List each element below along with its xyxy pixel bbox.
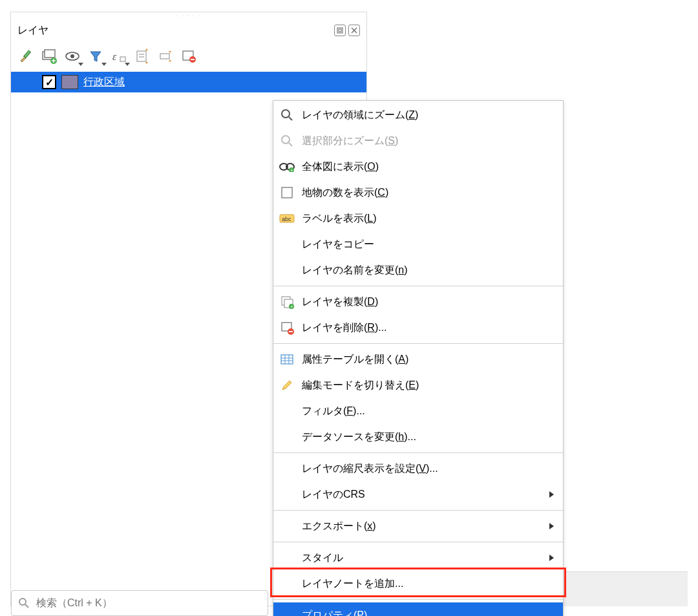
menu-item-label: レイヤノートを追加...	[302, 577, 554, 591]
dropdown-arrow-icon	[101, 63, 107, 66]
menu-separator	[273, 599, 563, 600]
undock-button[interactable]	[334, 25, 346, 36]
svg-line-26	[289, 143, 292, 146]
dropdown-arrow-icon	[125, 63, 130, 66]
layer-row[interactable]: ✓ 行政区域	[11, 72, 366, 92]
menu-item-9[interactable]: レイヤを削除(R)...	[273, 315, 563, 341]
close-panel-button[interactable]	[348, 25, 360, 36]
menu-item-21[interactable]: スタイル	[273, 545, 563, 571]
style-brush-button[interactable]	[15, 45, 37, 67]
layer-symbology-swatch[interactable]	[61, 75, 78, 89]
menu-item-1: 選択部分にズーム(S)	[273, 128, 563, 154]
svg-line-22	[25, 604, 28, 608]
menu-item-label: 全体図に表示(O)	[302, 160, 554, 174]
zoom-icon	[279, 107, 295, 123]
menu-separator	[273, 286, 563, 286]
panel-drag-handle[interactable]: · · · · ·	[11, 12, 366, 19]
blank-icon	[279, 607, 295, 616]
menu-item-17[interactable]: レイヤのCRS	[273, 482, 563, 507]
menu-item-label: レイヤの領域にズーム(Z)	[302, 109, 554, 122]
menu-item-label: プロパティ(P)...	[302, 609, 554, 617]
menu-separator	[273, 542, 563, 542]
menu-item-0[interactable]: レイヤの領域にズーム(Z)	[273, 102, 563, 128]
menu-item-label: レイヤの縮尺表示を設定(V)...	[302, 462, 554, 476]
svg-point-25	[282, 136, 290, 143]
menu-item-5[interactable]: レイヤをコピー	[273, 231, 563, 257]
svg-rect-1	[339, 29, 341, 32]
menu-item-label: レイヤの名前を変更(n)	[302, 264, 554, 277]
blank-icon	[279, 575, 295, 592]
menu-item-11[interactable]: 属性テーブルを開く(A)	[273, 346, 563, 372]
checkbox-icon	[279, 184, 295, 201]
submenu-arrow-icon	[549, 523, 554, 529]
menu-item-14[interactable]: データソースを変更(h)...	[273, 424, 563, 450]
expand-all-button[interactable]	[131, 45, 153, 67]
svg-text:abc: abc	[282, 216, 291, 222]
menu-item-label: エクスポート(x)	[302, 520, 543, 533]
blank-icon	[279, 460, 295, 477]
panel-header: レイヤ	[11, 19, 366, 42]
locator-search[interactable]	[11, 590, 268, 616]
menu-item-22[interactable]: レイヤノートを追加...	[273, 571, 563, 597]
blank-icon	[279, 518, 295, 535]
table-icon	[279, 351, 295, 368]
labels-icon: abc	[279, 210, 295, 227]
layer-context-menu: レイヤの領域にズーム(Z)選択部分にズーム(S)+全体図に表示(O)地物の数を表…	[273, 100, 564, 616]
svg-text:ε: ε	[112, 51, 117, 62]
blank-icon	[279, 403, 295, 420]
svg-point-21	[19, 599, 26, 605]
menu-item-13[interactable]: フィルタ(F)...	[273, 398, 563, 424]
layer-visibility-checkbox[interactable]: ✓	[42, 75, 56, 89]
menu-item-2[interactable]: +全体図に表示(O)	[273, 154, 563, 180]
remove-icon	[279, 319, 295, 336]
blank-icon	[279, 486, 295, 503]
menu-item-label: フィルタ(F)...	[302, 405, 554, 418]
menu-item-4[interactable]: abcラベルを表示(L)	[273, 206, 563, 231]
search-icon	[18, 597, 30, 609]
filter-legend-button[interactable]	[85, 45, 107, 67]
menu-item-16[interactable]: レイヤの縮尺表示を設定(V)...	[273, 456, 563, 482]
manage-visibility-button[interactable]	[61, 45, 83, 67]
dropdown-arrow-icon	[78, 63, 83, 66]
layers-toolbar: ε	[11, 42, 366, 70]
menu-item-label: 選択部分にズーム(S)	[302, 134, 554, 148]
menu-item-label: 属性テーブルを開く(A)	[302, 353, 554, 366]
svg-rect-31	[282, 187, 292, 198]
pencil-icon	[279, 377, 295, 394]
menu-item-12[interactable]: 編集モードを切り替え(E)	[273, 372, 563, 398]
overview-icon: +	[279, 158, 295, 175]
menu-item-label: レイヤを複製(D)	[302, 295, 554, 309]
menu-item-3[interactable]: 地物の数を表示(C)	[273, 180, 563, 206]
layer-name-label[interactable]: 行政区域	[83, 76, 125, 89]
remove-layer-button[interactable]	[178, 45, 200, 67]
menu-separator	[273, 510, 563, 511]
svg-text:+: +	[290, 304, 293, 309]
menu-item-label: レイヤのCRS	[302, 488, 543, 502]
search-input[interactable]	[35, 597, 261, 610]
panel-header-buttons	[334, 25, 360, 36]
menu-item-8[interactable]: +レイヤを複製(D)	[273, 289, 563, 315]
menu-item-24[interactable]: プロパティ(P)...	[273, 602, 563, 616]
svg-point-23	[282, 110, 290, 118]
panel-title: レイヤ	[17, 24, 48, 37]
svg-rect-6	[45, 50, 55, 58]
submenu-arrow-icon	[549, 555, 554, 561]
menu-item-label: レイヤをコピー	[302, 238, 554, 251]
submenu-arrow-icon	[549, 491, 554, 498]
svg-rect-4	[24, 50, 31, 58]
blank-icon	[279, 429, 295, 445]
menu-item-label: スタイル	[302, 551, 543, 565]
menu-item-19[interactable]: エクスポート(x)	[273, 513, 563, 539]
menu-item-label: 編集モードを切り替え(E)	[302, 379, 554, 392]
svg-text:+: +	[290, 167, 293, 172]
blank-icon	[279, 236, 295, 253]
menu-item-6[interactable]: レイヤの名前を変更(n)	[273, 257, 563, 283]
menu-item-label: 地物の数を表示(C)	[302, 186, 554, 200]
menu-item-label: ラベルを表示(L)	[302, 212, 554, 226]
blank-icon	[279, 549, 295, 566]
svg-rect-17	[160, 54, 169, 59]
add-group-button[interactable]	[38, 45, 60, 67]
expression-filter-button[interactable]: ε	[108, 45, 130, 67]
collapse-all-button[interactable]	[154, 45, 176, 67]
menu-separator	[273, 452, 563, 453]
